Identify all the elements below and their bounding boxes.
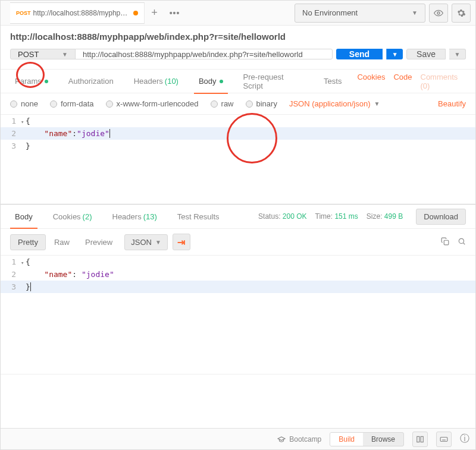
- chevron-down-icon: ▼: [374, 100, 380, 107]
- method-label: POST: [18, 50, 39, 59]
- svg-rect-6: [440, 437, 447, 441]
- svg-point-2: [459, 238, 464, 243]
- tab-headers[interactable]: Headers (10): [129, 70, 183, 93]
- method-select[interactable]: POST ▼: [10, 49, 76, 59]
- resp-tab-test-results[interactable]: Test Results: [173, 204, 224, 228]
- request-body-editor[interactable]: 1▾{ 2 "name":"jodie" 3 }: [1, 115, 475, 204]
- settings-button[interactable]: [452, 4, 471, 23]
- response-format-select[interactable]: JSON▼: [124, 234, 168, 250]
- chevron-down-icon: ▼: [455, 51, 461, 58]
- view-preview[interactable]: Preview: [78, 235, 120, 250]
- top-tab-bar: POST http://localhost:8888/myphpap + •••…: [1, 1, 475, 26]
- svg-rect-1: [444, 240, 449, 245]
- save-options-button[interactable]: ▼: [449, 49, 466, 59]
- comments-link[interactable]: Comments (0): [421, 73, 466, 90]
- beautify-button[interactable]: Beautify: [438, 99, 466, 108]
- graduation-cap-icon: [277, 435, 286, 443]
- body-type-raw[interactable]: raw: [211, 99, 234, 108]
- tab-pre-request[interactable]: Pre-request Script: [239, 70, 309, 93]
- environment-quicklook-button[interactable]: [429, 4, 448, 23]
- environment-select[interactable]: No Environment ▼: [295, 4, 425, 23]
- time-label: Time: 151 ms: [315, 212, 358, 221]
- build-browse-toggle: Build Browse: [330, 432, 404, 446]
- chevron-down-icon: ▼: [155, 239, 161, 246]
- tab-body[interactable]: Body: [194, 70, 228, 93]
- body-type-form-data[interactable]: form-data: [50, 99, 94, 108]
- svg-rect-4: [417, 436, 419, 442]
- radio-icon: [211, 100, 218, 108]
- radio-icon: [246, 100, 253, 108]
- request-tab[interactable]: POST http://localhost:8888/myphpap: [10, 2, 145, 24]
- svg-line-3: [463, 243, 465, 244]
- status-label: Status: 200 OK: [258, 212, 306, 221]
- chevron-down-icon: ▼: [54, 51, 68, 58]
- eye-icon: [434, 8, 443, 18]
- keyboard-shortcuts-button[interactable]: [436, 432, 452, 447]
- send-button[interactable]: Send: [336, 49, 383, 59]
- tab-authorization[interactable]: Authorization: [64, 70, 118, 93]
- radio-icon: [10, 100, 17, 108]
- body-type-row: none form-data x-www-form-urlencoded raw…: [1, 93, 475, 115]
- bottom-bar: Bootcamp Build Browse ⓘ: [1, 428, 475, 449]
- green-dot-icon: [220, 80, 223, 83]
- request-tabs: Params Authorization Headers (10) Body P…: [1, 70, 475, 93]
- content-type-select[interactable]: JSON (application/json)▼: [289, 99, 380, 108]
- tab-options-button[interactable]: •••: [165, 3, 185, 23]
- save-button[interactable]: Save: [406, 49, 446, 59]
- code-link[interactable]: Code: [393, 73, 412, 90]
- resp-tab-cookies[interactable]: Cookies (2): [48, 204, 97, 228]
- radio-icon: [50, 100, 57, 108]
- download-button[interactable]: Download: [416, 209, 466, 225]
- svg-rect-5: [421, 436, 423, 442]
- response-body-viewer[interactable]: 1▾{ 2 "name": "jodie" 3 }: [1, 256, 475, 375]
- response-tabs: Body Cookies (2) Headers (13) Test Resul…: [1, 204, 475, 229]
- request-title: http://localhost:8888/myphpapp/web/index…: [1, 26, 475, 49]
- search-button[interactable]: [458, 237, 466, 247]
- body-type-binary[interactable]: binary: [246, 99, 277, 108]
- help-button[interactable]: ⓘ: [460, 433, 469, 445]
- radio-icon: [106, 100, 113, 108]
- cookies-link[interactable]: Cookies: [357, 73, 385, 90]
- keyboard-icon: [440, 435, 448, 443]
- wrap-lines-button[interactable]: ⇥: [173, 234, 190, 250]
- wrap-icon: ⇥: [177, 237, 185, 248]
- resp-tab-body[interactable]: Body: [10, 204, 37, 228]
- bootcamp-button[interactable]: Bootcamp: [277, 435, 321, 443]
- svg-point-0: [437, 12, 440, 14]
- tab-url: http://localhost:8888/myphpap: [33, 9, 129, 17]
- chevron-down-icon: ▼: [392, 51, 398, 58]
- green-dot-icon: [45, 80, 48, 83]
- view-raw[interactable]: Raw: [47, 235, 77, 250]
- copy-button[interactable]: [441, 237, 449, 247]
- view-pretty[interactable]: Pretty: [10, 234, 46, 250]
- resp-tab-headers[interactable]: Headers (13): [108, 204, 162, 228]
- search-icon: [458, 237, 466, 246]
- body-type-none[interactable]: none: [10, 99, 38, 108]
- two-pane-button[interactable]: [412, 432, 428, 447]
- new-tab-button[interactable]: +: [145, 3, 165, 23]
- tab-tests[interactable]: Tests: [319, 70, 346, 93]
- gear-icon: [456, 8, 466, 18]
- body-type-urlencoded[interactable]: x-www-form-urlencoded: [106, 99, 199, 108]
- url-input[interactable]: [75, 49, 333, 59]
- send-options-button[interactable]: ▼: [386, 49, 403, 59]
- build-button[interactable]: Build: [330, 433, 363, 446]
- tab-method-tag: POST: [16, 10, 31, 16]
- browse-button[interactable]: Browse: [363, 433, 403, 446]
- size-label: Size: 499 B: [367, 212, 403, 221]
- panes-icon: [416, 435, 424, 443]
- environment-label: No Environment: [302, 8, 358, 17]
- copy-icon: [441, 237, 449, 246]
- request-url-row: POST ▼ Send ▼ Save ▼: [1, 49, 475, 70]
- chevron-down-icon: ▼: [412, 10, 418, 16]
- unsaved-dot-icon: [133, 11, 138, 15]
- tab-params[interactable]: Params: [10, 70, 53, 93]
- response-view-row: Pretty Raw Preview JSON▼ ⇥: [1, 229, 475, 256]
